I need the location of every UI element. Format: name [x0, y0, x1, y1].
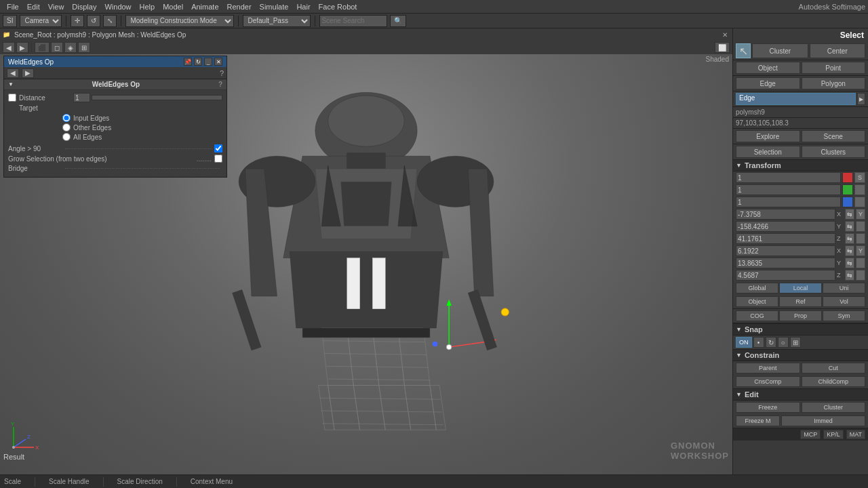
cut-btn[interactable]: Cut	[802, 363, 866, 373]
mat-btn[interactable]: MAT	[846, 430, 865, 439]
pos-x-input[interactable]	[736, 209, 835, 220]
other-edges-radio[interactable]	[62, 123, 71, 131]
input-edges-radio[interactable]	[62, 114, 71, 122]
scene-title-close[interactable]: ✕	[720, 31, 730, 39]
menu-model[interactable]: Model	[159, 1, 187, 12]
tf-z-input[interactable]	[736, 197, 841, 207]
menu-render[interactable]: Render	[223, 1, 256, 12]
distance-checkbox[interactable]	[8, 94, 16, 102]
freeze-m-btn[interactable]: Freeze M	[736, 415, 780, 426]
scl-z-input[interactable]	[736, 270, 835, 281]
pos-y-icon2[interactable]	[856, 221, 865, 232]
mode-select[interactable]: Modeling Construction Mode	[125, 15, 234, 27]
scl-y-icon2[interactable]	[856, 258, 865, 268]
point-btn[interactable]: Point	[802, 62, 866, 74]
vol-tab[interactable]: Vol	[823, 296, 865, 307]
menu-simulate[interactable]: Simulate	[256, 1, 293, 12]
scl-z-icon[interactable]	[856, 270, 865, 281]
pos-z-input[interactable]	[736, 233, 835, 244]
scl-z-btn[interactable]: ⇆	[845, 270, 854, 281]
tf-y-icon[interactable]	[854, 184, 865, 195]
tf-x-s-icon[interactable]: S	[854, 172, 865, 183]
pos-x-btn[interactable]: ⇆	[845, 209, 854, 220]
edge-dropdown-arrow[interactable]: ▶	[857, 93, 865, 105]
vp-prev-btn[interactable]: ◀	[3, 42, 15, 53]
explore-btn[interactable]: Explore	[736, 130, 800, 142]
edge-type-btn[interactable]: Edge	[736, 77, 800, 89]
snap-icon-3[interactable]: ○	[778, 337, 789, 348]
pass-select[interactable]: Default_Pass	[243, 15, 311, 27]
menu-display[interactable]: Display	[68, 1, 100, 12]
select-cursor-icon[interactable]: ↖	[736, 43, 751, 58]
toolbar-rotate-btn[interactable]: ↺	[87, 15, 100, 27]
panel-nav-back[interactable]: ◀	[7, 68, 19, 78]
scl-y-btn[interactable]: ⇆	[845, 258, 854, 268]
object-tab[interactable]: Object	[736, 296, 778, 307]
panel-help-icon[interactable]: ?	[220, 69, 224, 77]
cluster-btn[interactable]: Cluster	[752, 43, 808, 58]
pos-z-icon[interactable]	[856, 233, 865, 244]
scl-y-icon[interactable]: Y	[856, 245, 865, 256]
vp-wireframe-btn[interactable]: ◻	[51, 42, 63, 53]
freeze-btn[interactable]: Freeze	[736, 402, 800, 413]
weld-min-icon[interactable]: _	[204, 58, 212, 66]
object-btn[interactable]: Object	[736, 62, 800, 74]
pos-y-btn[interactable]: ⇆	[845, 221, 854, 232]
weld-op-help[interactable]: ?	[218, 81, 222, 88]
all-edges-radio[interactable]	[62, 133, 71, 141]
snap-icon-4[interactable]: ⊞	[790, 337, 801, 348]
angle-checkbox[interactable]	[214, 144, 222, 152]
distance-slider[interactable]	[92, 95, 222, 100]
vp-texture-btn[interactable]: ⊞	[78, 42, 90, 53]
grow-checkbox[interactable]	[214, 155, 222, 163]
toolbar-softimage-btn[interactable]: SI	[3, 15, 17, 27]
cluster-edit-btn[interactable]: Cluster	[802, 402, 866, 413]
menu-edit[interactable]: Edit	[23, 1, 44, 12]
weld-pin-icon[interactable]: 📌	[184, 58, 192, 66]
weld-refresh-icon[interactable]: ↻	[194, 58, 202, 66]
mcp-btn[interactable]: MCP	[800, 430, 821, 439]
tf-x-input[interactable]	[736, 172, 841, 183]
tf-z-icon[interactable]	[854, 197, 865, 207]
tf-z-color[interactable]	[842, 197, 853, 207]
parent-btn[interactable]: Parent	[736, 363, 800, 373]
scl-x-btn[interactable]: ⇆	[845, 245, 854, 256]
pos-y-icon[interactable]: Y	[856, 209, 865, 220]
snap-icon-2[interactable]: ↻	[766, 337, 776, 348]
kpl-btn[interactable]: KP/L	[823, 430, 844, 439]
tf-y-color[interactable]	[842, 184, 853, 195]
menu-help[interactable]: Help	[136, 1, 159, 12]
vp-render-btn[interactable]: ⬛	[35, 42, 50, 53]
vp-maximize-btn[interactable]: ⬜	[715, 42, 730, 53]
tf-y-input[interactable]	[736, 184, 841, 195]
center-btn[interactable]: Center	[810, 43, 866, 58]
scene-search-btn[interactable]: 🔍	[390, 15, 406, 27]
panel-nav-forward[interactable]: ▶	[22, 68, 34, 78]
menu-view[interactable]: View	[44, 1, 68, 12]
selection-btn[interactable]: Selection	[736, 146, 800, 158]
childcomp-btn[interactable]: ChildComp	[802, 376, 866, 387]
scene-btn[interactable]: Scene	[802, 130, 866, 142]
uni-tab[interactable]: Uni	[823, 283, 865, 293]
global-tab[interactable]: Global	[736, 283, 778, 293]
menu-window[interactable]: Window	[100, 1, 135, 12]
weld-close-icon[interactable]: ✕	[214, 58, 222, 66]
cnscomp-btn[interactable]: CnsComp	[736, 376, 800, 387]
tf-x-color[interactable]	[842, 172, 853, 183]
vp-shade-btn[interactable]: ◈	[64, 42, 77, 53]
prop-btn[interactable]: Prop	[779, 310, 822, 321]
pos-y-input[interactable]	[736, 221, 835, 232]
pos-z-btn[interactable]: ⇆	[845, 233, 854, 244]
viewport[interactable]: 📁 Scene_Root : polymsh9 : Polygon Mesh :…	[0, 28, 732, 474]
local-tab[interactable]: Local	[779, 283, 822, 293]
snap-icon-1[interactable]: •	[753, 337, 764, 348]
menu-hair[interactable]: Hair	[292, 1, 314, 12]
immed-btn[interactable]: Immed	[781, 415, 865, 426]
scl-y-input[interactable]	[736, 258, 835, 268]
snap-on-btn[interactable]: ON	[736, 337, 752, 348]
camera-select[interactable]: Camera	[20, 15, 62, 27]
menu-facerobot[interactable]: Face Robot	[315, 1, 361, 12]
distance-input[interactable]	[73, 93, 90, 102]
menu-animate[interactable]: Animate	[187, 1, 222, 12]
clusters-btn[interactable]: Clusters	[802, 146, 866, 158]
